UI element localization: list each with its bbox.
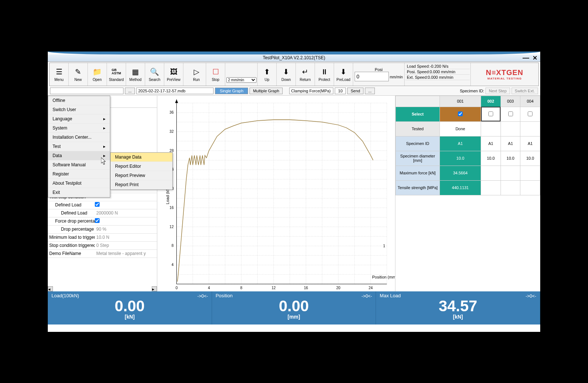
main-menu-dropdown: OfflineSwitch UserLanguage▸System▸Instal… [48, 96, 110, 198]
run-button[interactable]: ▷Run [187, 63, 206, 86]
tensile-header: Tensile strength [MPa] [396, 180, 440, 195]
tensile-004[interactable] [520, 180, 540, 195]
force-header: Maximum force [kN] [396, 166, 440, 180]
clamp-value[interactable]: 10 [335, 88, 346, 94]
select-001[interactable] [440, 107, 481, 121]
tensile-002[interactable] [481, 180, 501, 195]
prop-row[interactable]: Defined Load [48, 201, 157, 209]
minimize-button[interactable]: — [523, 54, 529, 62]
folder-icon: 📁 [93, 67, 102, 77]
menu-data[interactable]: Data▸ [48, 151, 110, 160]
return-button[interactable]: ↵Return [296, 63, 315, 86]
menu-exit[interactable]: Exit [48, 188, 110, 197]
diam-003[interactable]: 10.0 [501, 151, 520, 166]
file-field[interactable]: 2025-02-22-17-12-57.mdb [136, 88, 214, 94]
diam-001[interactable]: 10.0 [440, 151, 481, 166]
menu-software-manual[interactable]: Software Manual [48, 160, 110, 170]
specimen-table: 001 002 003 004 Select Tested Done [395, 96, 540, 195]
posi-input[interactable] [355, 72, 389, 81]
select-004[interactable] [520, 107, 540, 121]
prop-row[interactable]: Stop condition triggered0 Step [48, 242, 157, 250]
up-button[interactable]: ⬆Up [258, 63, 277, 86]
id-001[interactable]: A1 [440, 136, 481, 151]
svg-text:20: 20 [336, 286, 341, 290]
force-004[interactable] [520, 166, 540, 180]
stop-icon: ☐ [212, 67, 219, 77]
menu-language[interactable]: Language▸ [48, 114, 110, 124]
svg-text:36: 36 [169, 110, 174, 114]
browse-button[interactable]: ... [125, 88, 135, 94]
submenu-report-print[interactable]: Report Print [111, 180, 172, 189]
speed-select[interactable]: 2 mm/min [225, 63, 258, 86]
prop-row[interactable]: Force drop percenta [48, 217, 157, 226]
left-combo[interactable] [50, 88, 123, 94]
switch-ext-button[interactable]: Switch Ext. [512, 88, 538, 94]
id-003[interactable]: A1 [501, 136, 520, 151]
menu-button[interactable]: ☰Menu [50, 63, 69, 86]
svg-text:32: 32 [169, 129, 174, 133]
force-001[interactable]: 34.5664 [440, 166, 481, 180]
force-002[interactable] [481, 166, 501, 180]
position-reset[interactable]: ->0<- [362, 294, 372, 299]
search-button[interactable]: 🔍Search [145, 63, 164, 86]
preview-button[interactable]: 🖼PreView [164, 63, 183, 86]
id-004[interactable]: A1 [520, 136, 540, 151]
col-004[interactable]: 004 [520, 96, 540, 107]
prop-row[interactable]: Demo FileNameMetal tensile - apparent y [48, 250, 157, 258]
select-003[interactable] [501, 107, 520, 121]
standard-button[interactable]: GBASTMStandard [107, 63, 126, 86]
stop-button[interactable]: ☐Stop [206, 63, 225, 86]
speed-dropdown[interactable]: 2 mm/min [226, 77, 257, 83]
tested-header: Tested [396, 121, 440, 136]
scroll-right[interactable]: ▸ [152, 286, 157, 291]
clamp-combo[interactable]: Clamping Force(MPa) [289, 88, 333, 94]
preload-button[interactable]: ⬇PreLoad [334, 63, 353, 86]
select-002[interactable] [481, 107, 501, 121]
diam-002[interactable]: 10.0 [481, 151, 501, 166]
more-button[interactable]: ... [365, 88, 375, 94]
speed-readout: Load Speed:-0.200 N/s Posi. Speed:0.000 … [405, 63, 471, 86]
tensile-003[interactable] [501, 180, 520, 195]
submenu-manage-data[interactable]: Manage Data [111, 153, 172, 162]
menu-installation-center-[interactable]: Installation Center... [48, 133, 110, 142]
method-button[interactable]: ▦Method [126, 63, 145, 86]
cursor-icon [101, 157, 107, 166]
menu-register[interactable]: Register [48, 170, 110, 179]
next-step-button[interactable]: Next Step [485, 88, 510, 94]
menu-test[interactable]: Test▸ [48, 142, 110, 151]
prop-row[interactable]: Drop percentage90 % [48, 226, 157, 234]
logo-text: N≡XTGEN [486, 68, 523, 77]
force-003[interactable] [501, 166, 520, 180]
maxload-reset[interactable]: ->0<- [526, 294, 536, 299]
col-001[interactable]: 001 [440, 96, 481, 107]
open-button[interactable]: 📁Open [88, 63, 107, 86]
left-panel: ⇦ Removal points from gra10Test stop con… [48, 96, 157, 291]
prop-row[interactable]: Defined Load2000000 N [48, 209, 157, 217]
multiple-graph-tab[interactable]: Multiple Graph [250, 88, 283, 94]
new-button[interactable]: ✎New [69, 63, 88, 86]
protect-button[interactable]: ⏸Protect [315, 63, 334, 86]
protect-icon: ⏸ [321, 67, 328, 77]
load-status: Load(100kN) ->0<- 0.00 [kN] [48, 291, 212, 325]
menu-offline[interactable]: Offline [48, 96, 110, 105]
tensile-001[interactable]: 440.1131 [440, 180, 481, 195]
load-reset[interactable]: ->0<- [197, 294, 208, 299]
scroll-left[interactable]: ◂ [48, 286, 53, 291]
prop-row[interactable]: Minimum load to trigger10.0 N [48, 234, 157, 242]
single-graph-tab[interactable]: Single Graph [215, 88, 248, 94]
col-003[interactable]: 003 [501, 96, 520, 107]
send-button[interactable]: Send [347, 88, 363, 94]
submenu-report-preview[interactable]: Report Preview [111, 171, 172, 180]
close-button[interactable]: ✕ [533, 54, 537, 61]
menu-about-testpilot[interactable]: About Testpilot [48, 179, 110, 188]
menu-system[interactable]: System▸ [48, 124, 110, 133]
down-button[interactable]: ⬇Down [277, 63, 296, 86]
submenu-report-editor[interactable]: Report Editor [111, 162, 172, 171]
col-002[interactable]: 002 [481, 96, 501, 107]
posi-unit: mm/min [390, 75, 403, 79]
load-position-chart: Load (kN) Position (mm) 04812162024 4812… [157, 96, 395, 291]
id-002[interactable]: A1 [481, 136, 501, 151]
svg-text:12: 12 [169, 224, 174, 228]
menu-switch-user[interactable]: Switch User [48, 105, 110, 114]
diam-004[interactable]: 10.0 [520, 151, 540, 166]
